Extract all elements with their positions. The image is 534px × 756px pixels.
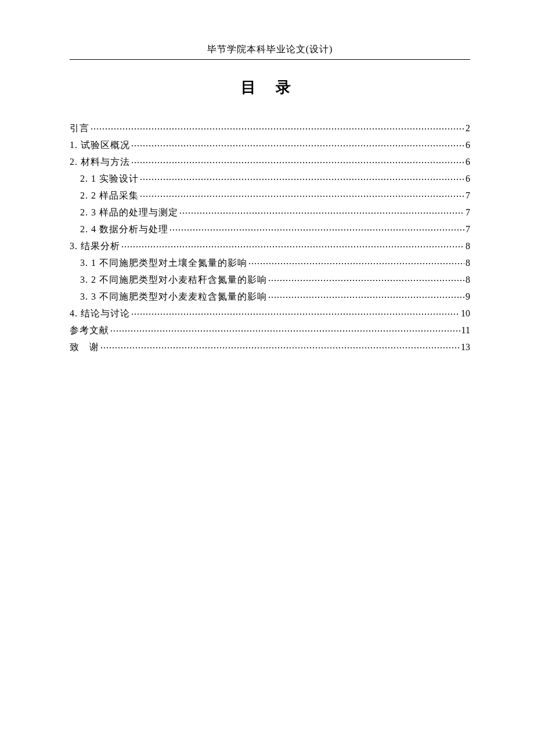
toc-entry-page: 8: [466, 242, 470, 251]
toc-entry-label: 3. 结果分析: [70, 242, 120, 251]
toc-leader-dots: [169, 223, 464, 232]
toc-entry-page: 6: [466, 157, 470, 167]
toc-entry-label: 2. 1 实验设计: [70, 174, 139, 183]
toc-leader-dots: [268, 273, 464, 283]
toc-entry: 3. 2 不同施肥类型对小麦秸秆含氮量的影响 8: [70, 273, 470, 285]
toc-entry-page: 2: [466, 124, 470, 133]
toc-entry: 引言 2: [70, 122, 470, 133]
toc-entry-label: 2. 材料与方法: [70, 157, 130, 167]
toc-entry: 2. 材料与方法 6: [70, 156, 470, 167]
toc-entry-page: 9: [466, 292, 470, 301]
toc-leader-dots: [131, 156, 464, 165]
toc-entry: 致 谢 13: [70, 341, 470, 352]
toc-entry: 4. 结论与讨论 10: [70, 307, 470, 318]
toc-leader-dots: [100, 341, 460, 350]
page-container: 毕节学院本科毕业论文(设计) 目 录 引言 2 1. 试验区概况 6 2. 材料…: [0, 0, 534, 352]
toc-entry-page: 7: [466, 208, 470, 217]
toc-entry-page: 7: [466, 225, 470, 234]
header-underline: [70, 59, 470, 60]
toc-entry: 参考文献 11: [70, 324, 470, 335]
toc-entry: 2. 1 实验设计 6: [70, 172, 470, 183]
toc-leader-dots: [179, 206, 464, 215]
toc-entry-label: 参考文献: [70, 326, 109, 335]
toc-leader-dots: [91, 122, 464, 131]
toc-leader-dots: [268, 290, 464, 300]
toc-entry-label: 2. 3 样品的处理与测定: [70, 208, 178, 217]
toc-entry-page: 7: [466, 191, 470, 200]
toc-leader-dots: [131, 139, 464, 148]
toc-entry-page: 10: [461, 309, 470, 318]
toc-entry-page: 11: [461, 326, 470, 335]
toc-entry-label: 2. 2 样品采集: [70, 191, 139, 200]
toc-entry: 1. 试验区概况 6: [70, 139, 470, 150]
toc-title: 目 录: [70, 77, 470, 98]
toc-leader-dots: [131, 307, 460, 316]
toc-leader-dots: [140, 172, 464, 182]
toc-leader-dots: [140, 189, 464, 199]
toc-list: 引言 2 1. 试验区概况 6 2. 材料与方法 6 2. 1 实验设计 6 2…: [70, 122, 470, 352]
toc-entry: 3. 1 不同施肥类型对土壤全氮量的影响 8: [70, 257, 470, 268]
toc-entry: 3. 3 不同施肥类型对小麦麦粒含氮量的影响 9: [70, 290, 470, 301]
toc-entry: 2. 2 样品采集 7: [70, 189, 470, 200]
toc-entry-label: 3. 2 不同施肥类型对小麦秸秆含氮量的影响: [70, 275, 267, 285]
toc-entry-page: 13: [461, 343, 470, 352]
toc-entry-page: 8: [466, 275, 470, 285]
toc-entry-page: 8: [466, 258, 470, 268]
toc-entry-label: 4. 结论与讨论: [70, 309, 130, 318]
toc-leader-dots: [121, 240, 464, 249]
toc-entry: 3. 结果分析 8: [70, 240, 470, 251]
toc-entry-page: 6: [466, 141, 470, 150]
toc-entry-label: 2. 4 数据分析与处理: [70, 225, 168, 234]
running-header: 毕节学院本科毕业论文(设计): [70, 44, 470, 59]
toc-entry-label: 3. 1 不同施肥类型对土壤全氮量的影响: [70, 258, 247, 268]
toc-entry: 2. 4 数据分析与处理 7: [70, 223, 470, 234]
toc-entry-label: 引言: [70, 124, 89, 133]
toc-leader-dots: [248, 257, 464, 266]
toc-entry-label: 致 谢: [70, 343, 99, 352]
toc-entry-page: 6: [466, 174, 470, 183]
toc-leader-dots: [110, 324, 460, 333]
toc-entry-label: 3. 3 不同施肥类型对小麦麦粒含氮量的影响: [70, 292, 267, 301]
toc-entry: 2. 3 样品的处理与测定 7: [70, 206, 470, 217]
toc-entry-label: 1. 试验区概况: [70, 141, 130, 150]
